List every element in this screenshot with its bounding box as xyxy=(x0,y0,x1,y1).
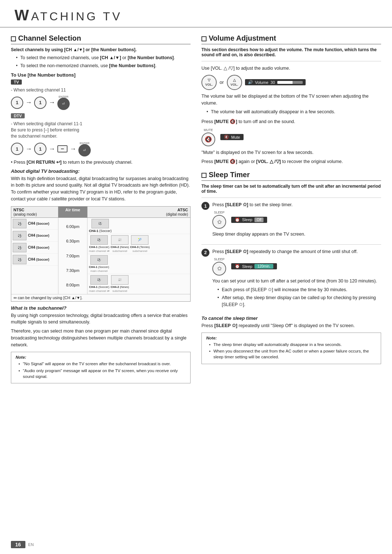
diag-r2-cell1: ⚽ CH4-1 (Soccer) main channel ⇌ xyxy=(89,235,110,253)
diag-r2-sub3: subchannel xyxy=(132,249,147,253)
sleep-bullet xyxy=(201,173,207,178)
channel-bullet-1: To select the memorized channels, use [C… xyxy=(16,54,191,61)
vol-down-btn[interactable]: ▽ VOL. xyxy=(201,75,217,90)
dtv-note-text: - When selecting digital channel 11-1 xyxy=(11,121,82,126)
time-3: 7:00pm xyxy=(66,254,79,258)
btn-d1b: 1 xyxy=(34,143,46,155)
diag-ch-label-3: CH4 (Soccer) xyxy=(28,245,49,249)
diag-img-2: ⚽ xyxy=(13,231,26,240)
volume-label: Volume Adjustment xyxy=(209,34,276,42)
arrow-1: → xyxy=(25,99,32,106)
diag-r2-img1: ⚽ xyxy=(90,235,108,245)
sleep-note-title: Note: xyxy=(206,336,376,340)
step1-text: Press [SLEEP ✩] to set the sleep timer. xyxy=(212,201,381,208)
diag-ntsc-header: NTSC (analog mode) xyxy=(11,207,58,217)
diag-r3-img1: ⚽ xyxy=(90,255,108,265)
page-footer: 16 EN xyxy=(11,541,34,548)
diag-img-1: ⚽ xyxy=(13,219,26,228)
diag-r4-label1: CH4-1 (Soccer) xyxy=(89,285,110,289)
btn-enter2: ⏎ xyxy=(78,144,91,156)
channel-note-item-1: "No Signal" will appear on the TV screen… xyxy=(19,361,186,367)
diag-r1-img1: ⚽ xyxy=(91,219,109,228)
sleep-btn-row2: SLEEP ✩ ⏰ Sleep 120min. xyxy=(212,257,381,276)
vol-para1: The volume bar will be displayed at the … xyxy=(201,93,381,107)
about-digital-text: With its high definition broadcast, digi… xyxy=(11,175,191,203)
diag-right-row-2: ⚽ CH4-1 (Soccer) main channel ⇌ 📰 CH4-2 … xyxy=(87,234,190,254)
page-number: 16 xyxy=(11,541,25,548)
diag-r4-img1: ⚽ xyxy=(90,275,108,285)
sleep-icon-1[interactable]: ✩ xyxy=(212,215,226,229)
vol-divider xyxy=(201,61,381,61)
vol-bullet-1: The volume bar will automatically disapp… xyxy=(207,109,381,115)
about-digital-heading: About digital TV broadcasting: xyxy=(11,168,191,174)
press-mute2-text: Press [MUTE 🔇] again or [VOL. △ /▽] to r… xyxy=(201,158,381,165)
sleep-label1: SLEEP xyxy=(214,211,224,214)
vol-up-btn[interactable]: △ VOL. xyxy=(227,75,242,90)
mute-display-icon: 🔇 xyxy=(224,135,229,139)
mute-row: MUTE 🔇 🔇 Mute xyxy=(201,128,381,146)
step2-content: Press [SLEEP ✩] repeatedly to change the… xyxy=(212,248,381,311)
diag-r4-sub2: subchannel xyxy=(113,289,127,293)
vol-use-text: Use [VOL. △ /▽] to adjust the audio volu… xyxy=(201,65,381,72)
header-title-text: ATCHING TV xyxy=(31,10,122,23)
diag-r4-cell1: ⚽ CH4-1 (Soccer) main channel ⇌ xyxy=(89,275,110,293)
mute-quote-text: "Mute" is displayed on the TV screen for… xyxy=(201,149,381,156)
step1-note: Sleep timer display appears on the TV sc… xyxy=(212,231,381,238)
return-note: • Press [CH RETURN ↩] to return to the p… xyxy=(11,159,191,165)
sleep-disp-label2: Sleep xyxy=(242,264,252,269)
sleep-intro: The sleep timer can be set to automatica… xyxy=(201,184,381,194)
enter-group: ENTER ⏎ xyxy=(57,95,70,110)
step2-bullets: Each press of [SLEEP ✩] will increase th… xyxy=(217,286,381,308)
diag-left-row-3: ⚽ CH4 (Soccer) xyxy=(11,242,58,254)
diag-left-row-2: ⚽ CH4 (Soccer) xyxy=(11,230,58,242)
sleep-divider1 xyxy=(201,197,381,198)
subchannel-text1: By using high compression technology, di… xyxy=(11,312,191,326)
diag-footer: ⇔ can be changed by using [CH ▲/▼]. xyxy=(11,294,190,301)
main-content: Channel Selection Select channels by usi… xyxy=(0,28,392,394)
diag-r2-sub2: subchannel xyxy=(113,249,127,253)
time-5: 8:00pm xyxy=(66,283,79,287)
page-lang: EN xyxy=(28,542,34,547)
diag-atsc-header: ATSC (digital mode) xyxy=(87,207,190,217)
left-column: Channel Selection Select channels by usi… xyxy=(11,34,191,387)
sleep-note-list: The sleep timer display will automatical… xyxy=(209,342,376,360)
btn-1a: 1 xyxy=(11,97,23,109)
section-bullet xyxy=(11,36,16,41)
mute-display-text: Mute xyxy=(231,135,240,139)
btn-1b: 1 xyxy=(34,97,46,109)
diag-right-row-1: ⚽ CH4-1 (Soccer) xyxy=(87,218,190,234)
dtv-note-text2: Be sure to press [–] before entering xyxy=(11,127,79,133)
diag-r2-cell3: 🎾 CH4-3 (Tennis) subchannel xyxy=(130,235,150,253)
sleep-note-box: Note: The sleep timer display will autom… xyxy=(201,333,381,364)
diag-right-row-4: ⚽ CH4-1 (Soccer) main channel ⇌ 📰 CH4-2 … xyxy=(87,274,190,294)
right-column: Volume Adjustment This section describes… xyxy=(201,34,381,387)
sleep-icon-2[interactable]: ✩ xyxy=(212,262,226,276)
step2-bullet-1: Each press of [SLEEP ✩] will increase th… xyxy=(217,286,381,293)
diag-r2-cell2: 📰 CH4-2 (News) subchannel xyxy=(111,235,129,253)
header-w-letter: W xyxy=(15,7,31,24)
mute-label: MUTE xyxy=(204,128,213,132)
page-header: WATCHING TV xyxy=(0,0,392,28)
vol-buttons-row: ▽ VOL. or △ VOL. 🔊 Volume 30 xyxy=(201,75,381,90)
vol-up-label: VOL. xyxy=(230,83,238,86)
cancel-text: Press [SLEEP ✩] repeatedly until "Sleep … xyxy=(201,322,381,329)
sleep-note-item-1: The sleep timer display will automatical… xyxy=(209,342,376,347)
diag-r3-sub1: main channel xyxy=(90,269,108,273)
diag-r4-img2: 📰 xyxy=(111,275,128,285)
diag-footer-text: ⇔ can be changed by using [CH ▲/▼]. xyxy=(13,296,82,300)
step1: 1 Press [SLEEP ✩] to set the sleep timer… xyxy=(201,201,381,240)
number-buttons-heading: To Use [the Number buttons] xyxy=(11,72,191,78)
volume-intro: This section describes how to adjust the… xyxy=(201,47,381,57)
diag-right: ⚽ CH4-1 (Soccer) ⚽ CH4-1 (Soccer) main c… xyxy=(87,218,190,294)
mute-icon[interactable]: 🔇 xyxy=(201,133,215,146)
arrow-d2: → xyxy=(49,145,55,153)
step2-bullet-2: After setup, the sleep timer display can… xyxy=(217,294,381,308)
step2: 2 Press [SLEEP ✩] repeatedly to change t… xyxy=(201,248,381,311)
vol-bar-fill xyxy=(277,81,293,84)
dtv-button-seq: 1 → 1 → – → ENTER ⏎ xyxy=(11,142,191,156)
channel-intro: Select channels by using [CH ▲/▼] or [th… xyxy=(11,47,191,52)
diag-r2-label3: CH4-3 (Tennis) xyxy=(130,245,150,249)
btn-d1a: 1 xyxy=(11,143,23,155)
vol-number: 30 xyxy=(270,80,275,85)
diag-r4-cell2: 📰 CH4-2 (News) subchannel xyxy=(111,275,129,293)
